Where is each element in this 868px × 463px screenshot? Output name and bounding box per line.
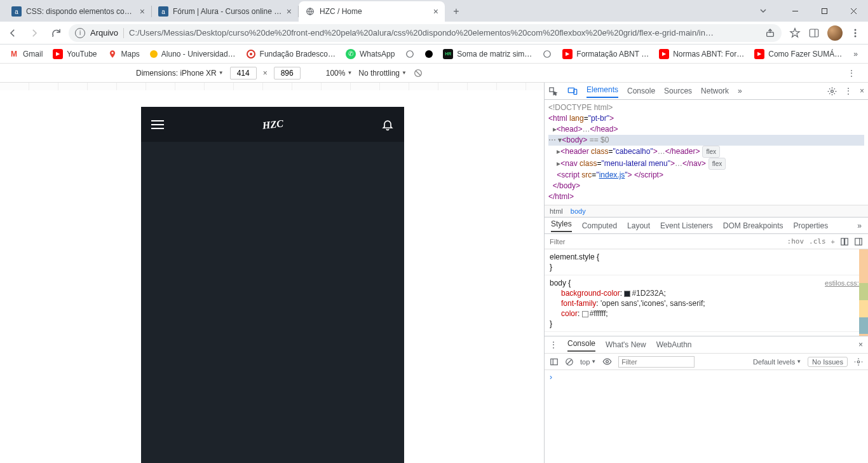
bookmark-gmail[interactable]: MGmail: [5, 47, 46, 61]
tab-console[interactable]: Console: [627, 86, 655, 95]
sidebar-toggle-icon[interactable]: [854, 237, 863, 246]
tab-computed[interactable]: Computed: [582, 221, 617, 230]
width-input[interactable]: [230, 67, 257, 79]
bookmarks-bar: MGmail ▶YouTube Maps Aluno - Universidad…: [0, 45, 868, 64]
bookmark-generic2[interactable]: [421, 48, 437, 60]
body-node-selected[interactable]: ⋯ ▾<body> == $0: [548, 135, 864, 146]
bookmark-sumario[interactable]: ▶Como Fazer SUMÁ…: [750, 47, 846, 61]
levels-select[interactable]: Default levels: [753, 358, 801, 366]
close-icon[interactable]: ×: [433, 6, 438, 17]
bookmark-youtube[interactable]: ▶YouTube: [49, 47, 100, 61]
inspect-icon[interactable]: [548, 86, 559, 96]
cls-toggle[interactable]: .cls: [809, 237, 826, 245]
bookmark-aluno[interactable]: Aluno - Universidad…: [146, 48, 240, 60]
hov-toggle[interactable]: :hov: [787, 237, 804, 245]
crumb-html[interactable]: html: [550, 207, 563, 215]
sidebar-toggle-icon[interactable]: [550, 357, 559, 366]
dom-tree[interactable]: <!DOCTYPE html> <html lang="pt-br"> ▸<he…: [545, 100, 868, 205]
console-filter-input[interactable]: [618, 356, 695, 368]
tab-elements[interactable]: Elements: [587, 85, 618, 98]
gear-icon[interactable]: [854, 357, 863, 366]
nav-node[interactable]: ▸<nav class="menu-lateral menu">…</nav>f…: [548, 158, 864, 170]
bookmark-generic1[interactable]: [401, 47, 419, 61]
bookmarks-overflow[interactable]: »: [848, 50, 863, 59]
bookmark-abnt2[interactable]: ▶Normas ABNT: For…: [655, 47, 748, 61]
close-icon[interactable]: ×: [287, 6, 292, 17]
bookmark-maps[interactable]: Maps: [104, 47, 144, 61]
swatch-icon[interactable]: [582, 311, 588, 317]
script-node[interactable]: <script src="index.js"> </script>: [548, 170, 864, 181]
star-icon[interactable]: [789, 27, 801, 39]
close-icon[interactable]: ×: [860, 86, 864, 95]
new-tab-button[interactable]: +: [447, 3, 465, 20]
head-node[interactable]: ▸<head>…</head>: [548, 124, 864, 135]
maximize-button[interactable]: [810, 1, 839, 20]
context-select[interactable]: top: [580, 358, 596, 366]
eye-icon[interactable]: [602, 357, 612, 366]
chevron-down-icon[interactable]: [749, 1, 778, 20]
bookmark-generic3[interactable]: [538, 47, 556, 61]
source-link[interactable]: estilos.css:5: [825, 278, 863, 288]
forward-button[interactable]: [25, 24, 43, 42]
throttle-select[interactable]: No throttling: [358, 69, 407, 78]
hamburger-icon[interactable]: [151, 118, 164, 132]
height-input[interactable]: [274, 67, 301, 79]
tab-2[interactable]: HZC / Home ×: [299, 1, 445, 22]
menu-icon[interactable]: [850, 28, 860, 38]
rule-body-1[interactable]: estilos.css:5 body { background-color: #…: [545, 275, 868, 332]
tab-0[interactable]: a CSS: dispondo elementos com Fl ×: [5, 1, 151, 22]
html-open[interactable]: <html lang="pt-br">: [548, 113, 864, 124]
gear-icon[interactable]: [827, 86, 837, 96]
console-body[interactable]: ›: [545, 370, 868, 463]
computed-toggle-icon[interactable]: [840, 237, 849, 246]
bookmark-bradesco[interactable]: Fundação Bradesco…: [242, 47, 339, 61]
tab-dom-bp[interactable]: DOM Breakpoints: [723, 221, 783, 230]
close-icon[interactable]: ×: [858, 340, 863, 349]
menu-icon[interactable]: ⋮: [844, 86, 852, 95]
tab-sources[interactable]: Sources: [664, 86, 692, 95]
tab-network[interactable]: Network: [701, 86, 729, 95]
tab-1[interactable]: a Fórum | Alura - Cursos online de ×: [152, 1, 298, 22]
zoom-select[interactable]: 100%: [326, 69, 353, 78]
styles-filter-input[interactable]: [550, 238, 782, 245]
rule-body-2[interactable]: reset.css:26 body { line-height: 1;: [545, 332, 868, 336]
tabs-overflow[interactable]: »: [738, 86, 742, 95]
close-button[interactable]: [839, 1, 868, 20]
phone-frame[interactable]: HZC: [141, 107, 404, 463]
device-select[interactable]: Dimensions: iPhone XR: [136, 69, 224, 78]
rule-element-style[interactable]: element.style {}: [545, 249, 868, 275]
back-button[interactable]: [4, 24, 22, 42]
source-link[interactable]: reset.css:26: [825, 335, 863, 336]
rotate-icon[interactable]: [413, 68, 423, 78]
site-info-icon[interactable]: i: [75, 28, 85, 38]
device-menu-icon[interactable]: ⋮: [848, 69, 855, 78]
close-icon[interactable]: ×: [140, 6, 145, 17]
bookmark-abnt1[interactable]: ▶Formatação ABNT …: [559, 47, 653, 61]
plus-icon[interactable]: +: [831, 238, 835, 245]
avatar[interactable]: [827, 25, 843, 41]
tab-styles[interactable]: Styles: [551, 219, 572, 232]
omnibox[interactable]: i Arquivo C:/Users/Messias/Desktop/curso…: [69, 24, 782, 42]
tab-drawer-console[interactable]: Console: [567, 339, 595, 352]
tab-webauthn[interactable]: WebAuthn: [656, 340, 692, 349]
header-node[interactable]: ▸<header class="cabecalho">…</header>fle…: [548, 146, 864, 158]
styles-body[interactable]: element.style {} estilos.css:5 body { ba…: [545, 249, 868, 336]
share-icon[interactable]: [765, 28, 775, 38]
bookmark-hackerrank[interactable]: HRSoma de matriz sim…: [439, 47, 536, 61]
issues-badge[interactable]: No Issues: [808, 357, 848, 367]
minimize-button[interactable]: [780, 1, 810, 20]
device-toggle-icon[interactable]: [567, 86, 578, 95]
tabs-overflow[interactable]: »: [857, 221, 862, 230]
tab-listeners[interactable]: Event Listeners: [660, 221, 713, 230]
swatch-icon[interactable]: [624, 291, 630, 297]
tab-whatsnew[interactable]: What's New: [606, 340, 646, 349]
clear-console-icon[interactable]: [565, 357, 574, 366]
tab-properties[interactable]: Properties: [794, 221, 829, 230]
side-panel-icon[interactable]: [808, 27, 820, 39]
crumb-body[interactable]: body: [571, 207, 586, 215]
bell-icon[interactable]: [381, 118, 394, 131]
drawer-menu-icon[interactable]: ⋮: [550, 340, 557, 349]
reload-button[interactable]: [47, 24, 65, 42]
bookmark-whatsapp[interactable]: ✆WhatsApp: [342, 47, 398, 61]
tab-layout[interactable]: Layout: [627, 221, 650, 230]
